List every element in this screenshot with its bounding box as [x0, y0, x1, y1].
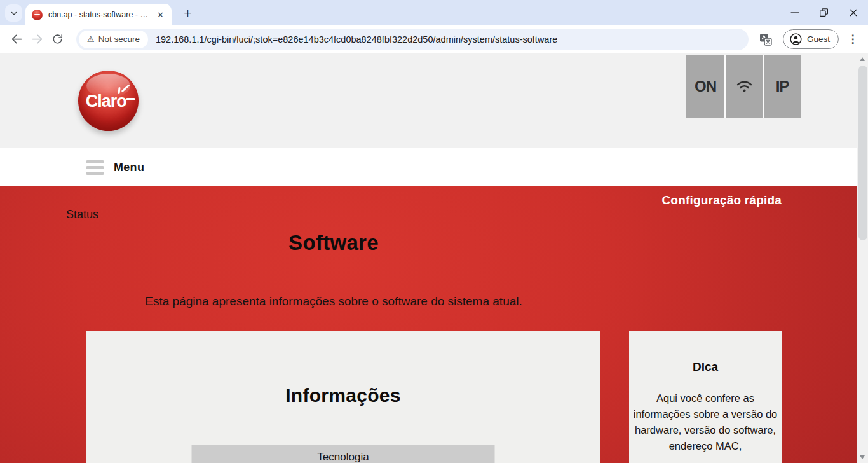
security-chip[interactable]: ⚠ Not secure	[79, 31, 148, 48]
ip-button[interactable]: IP	[763, 55, 801, 118]
claro-logo: Claro	[78, 71, 139, 131]
tip-card-title: Dica	[629, 360, 782, 374]
translate-button[interactable]	[756, 30, 775, 49]
translate-icon	[759, 33, 772, 46]
page-title: Software	[67, 231, 600, 255]
claro-logo-text: Claro	[86, 92, 126, 111]
security-label: Not secure	[98, 34, 140, 44]
page-description: Esta página apresenta informações sobre …	[67, 294, 600, 308]
reload-icon	[51, 33, 64, 45]
back-icon	[10, 32, 24, 46]
address-bar[interactable]: ⚠ Not secure 192.168.1.1/cgi-bin/luci/;s…	[76, 29, 749, 50]
tab-title: cbn.ap - status-software - LuCI	[48, 10, 151, 19]
page-viewport: Claro ON	[0, 53, 868, 463]
tab-close-icon[interactable]: ✕	[156, 10, 165, 20]
menu-label[interactable]: Menu	[114, 161, 144, 174]
quick-setup-link[interactable]: Configuração rápida	[661, 193, 782, 207]
minimize-icon	[788, 6, 802, 20]
tab-search-button[interactable]	[5, 4, 22, 22]
close-icon	[847, 6, 860, 19]
restore-icon	[818, 6, 831, 19]
on-button[interactable]: ON	[686, 55, 724, 118]
new-tab-button[interactable]: +	[180, 5, 196, 21]
url-text: 192.168.1.1/cgi-bin/luci/;stok=e826e14b3…	[156, 34, 557, 45]
menu-bar: Menu	[0, 148, 857, 186]
back-button[interactable]	[6, 29, 27, 50]
router-admin-page: Claro ON	[0, 53, 857, 463]
breadcrumb-status: Status	[66, 208, 98, 221]
warning-icon: ⚠	[87, 35, 95, 43]
wifi-icon	[736, 79, 753, 93]
info-card-title: Informações	[86, 385, 600, 406]
scrollbar-down-arrow-icon[interactable]	[860, 455, 865, 459]
hamburger-menu-icon[interactable]	[86, 160, 104, 175]
scrollbar-thumb[interactable]	[858, 66, 867, 240]
reload-button[interactable]	[47, 29, 67, 50]
tip-card-text: Aqui você confere as informações sobre a…	[632, 390, 779, 454]
forward-icon	[31, 32, 44, 46]
profile-button[interactable]: Guest	[783, 29, 839, 49]
profile-icon	[789, 32, 803, 46]
table-header-tecnologia: Tecnologia	[192, 445, 495, 463]
browser-window: cbn.ap - status-software - LuCI ✕ +	[0, 0, 868, 463]
header-quick-buttons: ON IP	[686, 55, 801, 118]
ip-button-label: IP	[776, 78, 789, 95]
claro-favicon-icon	[32, 10, 43, 20]
window-controls	[780, 0, 868, 25]
wifi-button[interactable]	[724, 55, 763, 118]
browser-tab[interactable]: cbn.ap - status-software - LuCI ✕	[25, 4, 172, 25]
cards-row: Informações Tecnologia Dica Aqui você co…	[67, 331, 782, 463]
info-card: Informações Tecnologia	[86, 331, 600, 463]
scrollbar-up-arrow-icon[interactable]	[860, 57, 865, 61]
tip-card: Dica Aqui você confere as informações so…	[629, 331, 782, 463]
browser-titlebar: cbn.ap - status-software - LuCI ✕ +	[0, 0, 868, 25]
status-software-section: Configuração rápida Status Software Esta…	[0, 186, 857, 463]
minimize-button[interactable]	[780, 0, 810, 25]
on-button-label: ON	[695, 78, 716, 95]
site-header: Claro ON	[0, 53, 857, 148]
close-window-button[interactable]	[839, 0, 868, 25]
chevron-down-icon	[10, 9, 18, 18]
profile-label: Guest	[807, 34, 830, 44]
forward-button[interactable]	[27, 29, 47, 50]
browser-toolbar: ⚠ Not secure 192.168.1.1/cgi-bin/luci/;s…	[0, 25, 868, 53]
page-scrollbar[interactable]	[857, 53, 868, 463]
browser-menu-icon[interactable]: ⋮	[846, 34, 859, 45]
restore-button[interactable]	[810, 0, 839, 25]
